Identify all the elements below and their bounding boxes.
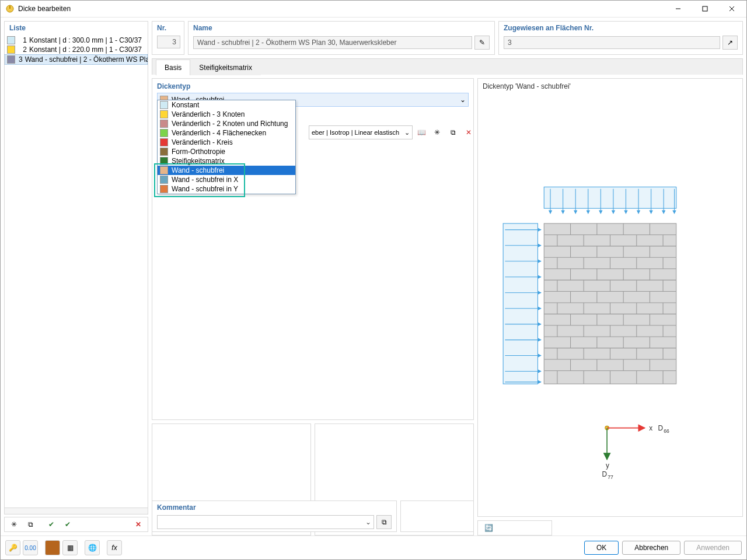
minimize-button[interactable] — [665, 1, 692, 17]
ok-button[interactable]: OK — [584, 541, 619, 555]
comment-spacer-1 — [400, 501, 474, 532]
chevron-down-icon: ⌄ — [460, 96, 466, 104]
pick-surface-icon[interactable]: ↗ — [722, 36, 738, 50]
titlebar: Dicke bearbeiten — [1, 1, 746, 18]
option-orthotropie[interactable]: Form-Orthotropie — [158, 147, 295, 156]
tab-steifigkeitsmatrix[interactable]: Steifigkeitsmatrix — [190, 60, 261, 75]
svg-text:D: D — [602, 470, 607, 478]
list-item-selected[interactable]: 3Wand - schubfrei | 2 - Ökotherm WS Pla — [5, 54, 148, 65]
app-icon — [5, 4, 15, 13]
cancel-button[interactable]: Abbrechen — [622, 541, 680, 555]
svg-text:66: 66 — [664, 428, 669, 434]
name-panel: Name ✎ — [188, 21, 495, 55]
comment-panel: Kommentar ⌄ ⧉ — [152, 501, 397, 532]
material-row: eber | Isotrop | Linear elastisch⌄ 📖 ✳ ⧉… — [309, 125, 476, 139]
nr-header: Nr. — [152, 22, 184, 36]
maximize-button[interactable] — [692, 1, 718, 17]
new-material-icon[interactable]: ✳ — [430, 125, 444, 139]
mode-icon[interactable]: ▦ — [62, 540, 78, 555]
color-icon[interactable] — [45, 540, 60, 555]
list-item[interactable]: 1Konstant | d : 300.0 mm | 1 - C30/37 — [5, 36, 148, 45]
option-wand-schubfrei[interactable]: Wand - schubfrei — [158, 166, 295, 175]
option-4ecken[interactable]: Veränderlich - 4 Flächenecken — [158, 128, 295, 138]
copy-material-icon[interactable]: ⧉ — [446, 125, 460, 139]
material-combo[interactable]: eber | Isotrop | Linear elastisch⌄ — [309, 125, 413, 139]
option-konstant[interactable]: Konstant — [158, 100, 295, 110]
assigned-header: Zugewiesen an Flächen Nr. — [499, 22, 742, 36]
delete-icon[interactable]: ✕ — [131, 517, 145, 531]
assigned-panel: Zugewiesen an Flächen Nr. ↗ — [498, 21, 743, 55]
svg-text:x: x — [649, 424, 652, 432]
units-icon[interactable]: 0.00 — [23, 540, 38, 555]
comment-pick-icon[interactable]: ⧉ — [376, 515, 392, 529]
option-wand-schubfrei-y[interactable]: Wand - schubfrei in Y — [158, 184, 295, 194]
dickentyp-label: Dickentyp — [152, 79, 473, 93]
svg-rect-6 — [544, 187, 676, 209]
check-out-icon[interactable]: ✔ — [61, 517, 75, 531]
option-2knoten-richtung[interactable]: Veränderlich - 2 Knoten und Richtung — [158, 119, 295, 128]
function-icon[interactable]: fx — [107, 540, 122, 555]
name-header: Name — [189, 22, 494, 36]
close-button[interactable] — [718, 1, 745, 17]
delete-material-icon[interactable]: ✕ — [462, 125, 476, 139]
list-item[interactable]: 2Konstant | d : 220.0 mm | 1 - C30/37 — [5, 45, 148, 54]
option-wand-schubfrei-x[interactable]: Wand - schubfrei in X — [158, 175, 295, 184]
dialog-footer: 🔑 0.00 ▦ 🌐 fx OK Abbrechen Anwenden — [1, 536, 746, 559]
list-toolbar: ✳ ⧉ ✔ ✔ ✕ — [4, 517, 148, 532]
list-header: Liste — [5, 22, 148, 36]
new-icon[interactable]: ✳ — [7, 517, 21, 531]
svg-text:D: D — [658, 424, 663, 432]
edit-name-icon[interactable]: ✎ — [474, 36, 490, 50]
svg-rect-1 — [9, 6, 11, 9]
option-steifigkeitsmatrix[interactable]: Steifigkeitsmatrix — [158, 156, 295, 166]
globe-icon[interactable]: 🌐 — [85, 540, 100, 555]
dickentyp-panel: Dickentyp Wand - schubfrei ⌄ eber | Isot… — [152, 78, 474, 420]
svg-text:77: 77 — [608, 474, 613, 480]
horizontal-scrollbar[interactable] — [5, 508, 148, 514]
comment-header: Kommentar — [152, 501, 396, 515]
list-items[interactable]: 1Konstant | d : 300.0 mm | 1 - C30/37 2K… — [5, 36, 148, 508]
name-input[interactable] — [193, 36, 472, 49]
library-icon[interactable]: 📖 — [414, 125, 428, 139]
svg-rect-3 — [703, 6, 707, 11]
nr-input[interactable] — [157, 36, 180, 48]
copy-icon[interactable]: ⧉ — [23, 517, 37, 531]
preview-panel: Dickentyp 'Wand - schubfrei' — [477, 78, 743, 517]
option-kreis[interactable]: Veränderlich - Kreis — [158, 138, 295, 147]
comment-combo[interactable]: ⌄ — [157, 515, 374, 529]
option-3knoten[interactable]: Veränderlich - 3 Knoten — [158, 110, 295, 119]
list-panel: Liste 1Konstant | d : 300.0 mm | 1 - C30… — [4, 21, 148, 514]
check-in-icon[interactable]: ✔ — [44, 517, 58, 531]
window-title: Dicke bearbeiten — [18, 5, 71, 13]
number-panel: Nr. — [152, 21, 184, 55]
assigned-input[interactable] — [504, 36, 720, 49]
tab-basis[interactable]: Basis — [156, 60, 190, 75]
dickentyp-dropdown-list[interactable]: Konstant Veränderlich - 3 Knoten Verände… — [157, 100, 296, 194]
svg-text:y: y — [606, 461, 609, 470]
svg-rect-18 — [503, 223, 537, 384]
preview-graphic: x D66 y D77 — [478, 79, 742, 519]
apply-button[interactable]: Anwenden — [684, 541, 742, 555]
help-icon[interactable]: 🔑 — [5, 540, 20, 555]
